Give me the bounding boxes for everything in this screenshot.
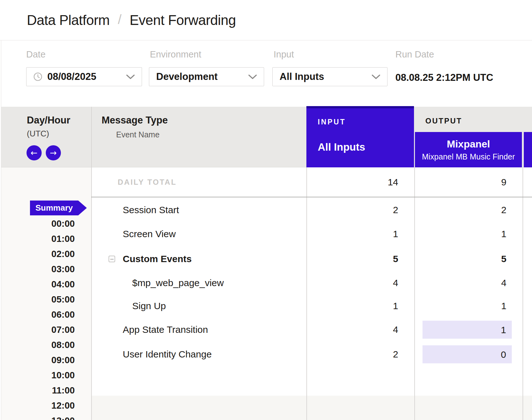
page-title: Event Forwarding bbox=[130, 12, 236, 28]
message-type-column-title: Message Type bbox=[102, 115, 168, 126]
hour-row-label[interactable]: 13:00 bbox=[1, 413, 75, 420]
output-count-cell: 1 bbox=[415, 294, 523, 317]
highlighted-output-cell: 1 bbox=[423, 321, 512, 339]
previous-day-button[interactable]: ← bbox=[27, 145, 42, 160]
hour-row-label[interactable]: 10:00 bbox=[1, 368, 75, 383]
event-rows: Session Start22Screen View11−Custom Even… bbox=[0, 198, 532, 367]
output-section-label: OUTPUT bbox=[425, 117, 462, 125]
environment-filter-value: Development bbox=[156, 71, 218, 82]
message-type-subtitle: Event Name bbox=[116, 130, 160, 139]
table-row: App State Transition41 bbox=[0, 317, 532, 342]
output-count-cell: 1 bbox=[415, 221, 523, 246]
daily-total-input-value: 14 bbox=[306, 167, 414, 197]
input-filter-label: Input bbox=[274, 49, 294, 60]
input-section-label: INPUT bbox=[318, 118, 414, 126]
collapse-expander-icon[interactable]: − bbox=[109, 255, 115, 262]
table-row: $mp_web_page_view44 bbox=[0, 271, 532, 294]
chevron-down-icon bbox=[126, 75, 135, 79]
arrow-right-icon: → bbox=[50, 149, 57, 157]
chevron-down-icon bbox=[248, 75, 257, 79]
daily-total-row: DAILY TOTAL 14 9 bbox=[91, 167, 532, 197]
day-hour-timezone: (UTC) bbox=[27, 129, 49, 139]
input-count-cell: 2 bbox=[306, 342, 414, 367]
environment-filter-select[interactable]: Development bbox=[149, 67, 264, 86]
event-name: Session Start bbox=[123, 198, 179, 221]
input-count-cell: 4 bbox=[306, 271, 414, 294]
page-left-border bbox=[1, 40, 1, 420]
breadcrumb: Data Platform / Event Forwarding bbox=[0, 12, 236, 28]
input-count-cell: 1 bbox=[306, 294, 414, 317]
highlighted-output-cell: 0 bbox=[423, 345, 512, 363]
chevron-down-icon bbox=[372, 75, 380, 79]
event-name: Custom Events bbox=[123, 246, 192, 271]
table-row: Session Start22 bbox=[0, 198, 532, 221]
breadcrumb-separator: / bbox=[118, 12, 121, 27]
day-navigation: ← → bbox=[27, 145, 61, 160]
event-name: Sign Up bbox=[132, 294, 166, 317]
output-count-cell: 5 bbox=[415, 246, 523, 271]
output-destination-name: Mixpanel bbox=[447, 138, 490, 150]
table-row: Sign Up11 bbox=[0, 294, 532, 317]
output-destination-subtitle: Mixpanel MB Music Finder bbox=[422, 152, 515, 161]
run-date-value: 08.08.25 2:12PM UTC bbox=[395, 72, 493, 83]
table-footer-band bbox=[91, 396, 532, 420]
next-output-column-partial bbox=[524, 132, 532, 167]
arrow-left-icon: ← bbox=[31, 149, 38, 157]
table-row: Screen View11 bbox=[0, 221, 532, 246]
next-day-button[interactable]: → bbox=[46, 145, 61, 160]
table-row: User Identity Change20 bbox=[0, 342, 532, 367]
output-count-cell: 1 bbox=[415, 317, 523, 342]
top-header: Data Platform / Event Forwarding bbox=[0, 0, 532, 40]
clock-icon bbox=[33, 72, 42, 81]
event-name: $mp_web_page_view bbox=[132, 271, 224, 294]
event-name: App State Transition bbox=[123, 317, 208, 342]
input-count-cell: 4 bbox=[306, 317, 414, 342]
table-row: −Custom Events55 bbox=[0, 246, 532, 271]
output-column-header[interactable]: Mixpanel Mixpanel MB Music Finder bbox=[415, 132, 522, 167]
breadcrumb-section[interactable]: Data Platform bbox=[27, 12, 109, 28]
event-name: User Identity Change bbox=[123, 342, 212, 367]
daily-total-label: DAILY TOTAL bbox=[118, 167, 177, 197]
input-count-cell: 2 bbox=[306, 198, 414, 221]
event-name: Screen View bbox=[123, 221, 176, 246]
event-forwarding-page: Data Platform / Event Forwarding Date 08… bbox=[0, 0, 532, 420]
run-date-label: Run Date bbox=[395, 49, 434, 60]
output-count-cell: 0 bbox=[415, 342, 523, 367]
input-filter-select[interactable]: All Inputs bbox=[272, 67, 387, 86]
input-count-cell: 5 bbox=[306, 246, 414, 271]
input-column-name: All Inputs bbox=[318, 141, 414, 153]
output-count-cell: 2 bbox=[415, 198, 523, 221]
hour-row-label[interactable]: 12:00 bbox=[1, 398, 75, 413]
input-count-cell: 1 bbox=[306, 221, 414, 246]
input-column-header[interactable]: INPUT All Inputs bbox=[306, 106, 414, 167]
date-filter-value: 08/08/2025 bbox=[47, 71, 96, 82]
daily-total-output-value: 9 bbox=[415, 167, 523, 197]
hour-row-label[interactable]: 11:00 bbox=[1, 383, 75, 398]
environment-filter-label: Environment bbox=[150, 49, 201, 60]
input-column-accent-strip bbox=[306, 106, 414, 108]
date-filter-label: Date bbox=[26, 49, 45, 60]
output-count-cell: 4 bbox=[415, 271, 523, 294]
input-filter-value: All Inputs bbox=[280, 71, 324, 82]
date-filter-select[interactable]: 08/08/2025 bbox=[26, 67, 142, 86]
day-hour-column-title: Day/Hour bbox=[27, 115, 70, 126]
